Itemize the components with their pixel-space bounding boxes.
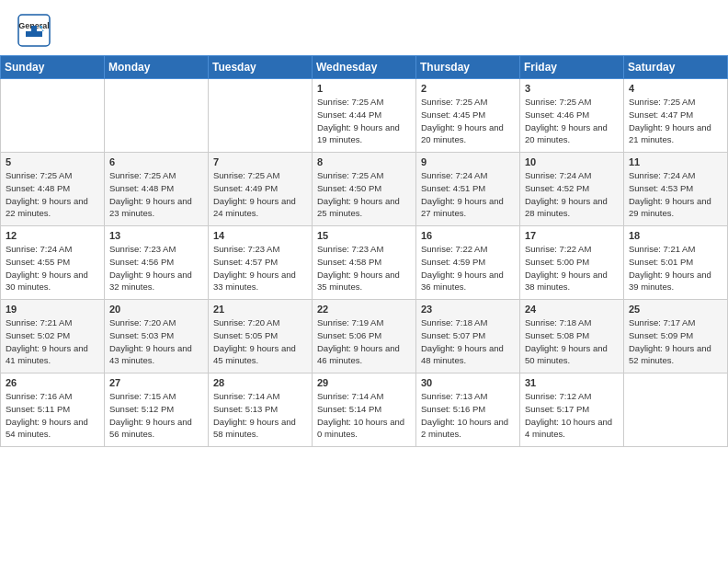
calendar-cell: 8Sunrise: 7:25 AMSunset: 4:50 PMDaylight…: [313, 153, 416, 226]
day-number: 18: [629, 230, 722, 241]
day-info: Sunrise: 7:25 AMSunset: 4:48 PMDaylight:…: [109, 169, 203, 220]
day-number: 26: [6, 377, 99, 388]
calendar-cell: [624, 373, 728, 447]
calendar-cell: 15Sunrise: 7:23 AMSunset: 4:58 PMDayligh…: [313, 226, 416, 300]
day-number: 25: [629, 304, 722, 315]
day-number: 5: [6, 156, 99, 167]
weekday-header-thursday: Thursday: [416, 56, 520, 79]
calendar-cell: [209, 79, 313, 153]
day-info: Sunrise: 7:17 AMSunset: 5:09 PMDaylight:…: [629, 316, 722, 367]
calendar-cell: [1, 79, 105, 153]
day-info: Sunrise: 7:21 AMSunset: 5:01 PMDaylight:…: [629, 243, 722, 293]
calendar-cell: 29Sunrise: 7:14 AMSunset: 5:14 PMDayligh…: [313, 373, 416, 447]
calendar-cell: 18Sunrise: 7:21 AMSunset: 5:01 PMDayligh…: [624, 226, 728, 300]
calendar-cell: 27Sunrise: 7:15 AMSunset: 5:12 PMDayligh…: [105, 373, 209, 447]
calendar-cell: 6Sunrise: 7:25 AMSunset: 4:48 PMDaylight…: [105, 153, 209, 226]
weekday-header-saturday: Saturday: [624, 56, 728, 79]
day-info: Sunrise: 7:22 AMSunset: 5:00 PMDaylight:…: [525, 243, 619, 293]
calendar-cell: [105, 79, 209, 153]
day-info: Sunrise: 7:25 AMSunset: 4:44 PMDaylight:…: [317, 96, 411, 146]
day-number: 22: [317, 304, 411, 315]
day-number: 6: [109, 156, 203, 167]
weekday-header-sunday: Sunday: [1, 56, 105, 79]
calendar-cell: 13Sunrise: 7:23 AMSunset: 4:56 PMDayligh…: [105, 226, 209, 300]
weekday-header-row: SundayMondayTuesdayWednesdayThursdayFrid…: [1, 56, 728, 79]
day-info: Sunrise: 7:14 AMSunset: 5:14 PMDaylight:…: [317, 390, 411, 441]
day-number: 23: [421, 304, 515, 315]
calendar-cell: 1Sunrise: 7:25 AMSunset: 4:44 PMDaylight…: [313, 79, 416, 153]
day-info: Sunrise: 7:15 AMSunset: 5:12 PMDaylight:…: [109, 390, 203, 441]
week-row-1: 1Sunrise: 7:25 AMSunset: 4:44 PMDaylight…: [1, 79, 728, 153]
day-info: Sunrise: 7:24 AMSunset: 4:53 PMDaylight:…: [629, 169, 722, 220]
calendar-cell: 31Sunrise: 7:12 AMSunset: 5:17 PMDayligh…: [520, 373, 624, 447]
day-info: Sunrise: 7:24 AMSunset: 4:55 PMDaylight:…: [6, 243, 99, 293]
day-number: 7: [213, 156, 307, 167]
week-row-5: 26Sunrise: 7:16 AMSunset: 5:11 PMDayligh…: [1, 373, 728, 447]
calendar-cell: 7Sunrise: 7:25 AMSunset: 4:49 PMDaylight…: [209, 153, 313, 226]
week-row-4: 19Sunrise: 7:21 AMSunset: 5:02 PMDayligh…: [1, 300, 728, 373]
week-row-3: 12Sunrise: 7:24 AMSunset: 4:55 PMDayligh…: [1, 226, 728, 300]
calendar-cell: 28Sunrise: 7:14 AMSunset: 5:13 PMDayligh…: [209, 373, 313, 447]
calendar-cell: 23Sunrise: 7:18 AMSunset: 5:07 PMDayligh…: [416, 300, 520, 373]
day-info: Sunrise: 7:23 AMSunset: 4:57 PMDaylight:…: [213, 243, 307, 293]
day-info: Sunrise: 7:12 AMSunset: 5:17 PMDaylight:…: [525, 390, 619, 441]
day-info: Sunrise: 7:25 AMSunset: 4:50 PMDaylight:…: [317, 169, 411, 220]
day-info: Sunrise: 7:22 AMSunset: 4:59 PMDaylight:…: [421, 243, 515, 293]
day-number: 30: [421, 377, 515, 388]
calendar-cell: 11Sunrise: 7:24 AMSunset: 4:53 PMDayligh…: [624, 153, 728, 226]
calendar-cell: 5Sunrise: 7:25 AMSunset: 4:48 PMDaylight…: [1, 153, 105, 226]
calendar-cell: 25Sunrise: 7:17 AMSunset: 5:09 PMDayligh…: [624, 300, 728, 373]
day-info: Sunrise: 7:16 AMSunset: 5:11 PMDaylight:…: [6, 390, 99, 441]
calendar-cell: 26Sunrise: 7:16 AMSunset: 5:11 PMDayligh…: [1, 373, 105, 447]
header: General: [0, 0, 728, 55]
day-info: Sunrise: 7:14 AMSunset: 5:13 PMDaylight:…: [213, 390, 307, 441]
day-info: Sunrise: 7:18 AMSunset: 5:08 PMDaylight:…: [525, 316, 619, 367]
day-number: 29: [317, 377, 411, 388]
calendar-cell: 17Sunrise: 7:22 AMSunset: 5:00 PMDayligh…: [520, 226, 624, 300]
calendar-cell: 14Sunrise: 7:23 AMSunset: 4:57 PMDayligh…: [209, 226, 313, 300]
weekday-header-monday: Monday: [105, 56, 209, 79]
day-number: 11: [629, 156, 722, 167]
calendar-cell: 20Sunrise: 7:20 AMSunset: 5:03 PMDayligh…: [105, 300, 209, 373]
day-info: Sunrise: 7:25 AMSunset: 4:47 PMDaylight:…: [629, 96, 722, 146]
day-number: 2: [421, 83, 515, 94]
day-number: 1: [317, 83, 411, 94]
day-number: 24: [525, 304, 619, 315]
calendar-cell: 24Sunrise: 7:18 AMSunset: 5:08 PMDayligh…: [520, 300, 624, 373]
day-number: 31: [525, 377, 619, 388]
day-info: Sunrise: 7:25 AMSunset: 4:49 PMDaylight:…: [213, 169, 307, 220]
calendar-cell: 22Sunrise: 7:19 AMSunset: 5:06 PMDayligh…: [313, 300, 416, 373]
day-number: 17: [525, 230, 619, 241]
day-info: Sunrise: 7:23 AMSunset: 4:56 PMDaylight:…: [109, 243, 203, 293]
day-number: 10: [525, 156, 619, 167]
weekday-header-tuesday: Tuesday: [209, 56, 313, 79]
calendar-cell: 2Sunrise: 7:25 AMSunset: 4:45 PMDaylight…: [416, 79, 520, 153]
day-info: Sunrise: 7:13 AMSunset: 5:16 PMDaylight:…: [421, 390, 515, 441]
day-number: 20: [109, 304, 203, 315]
day-number: 21: [213, 304, 307, 315]
day-number: 28: [213, 377, 307, 388]
day-info: Sunrise: 7:20 AMSunset: 5:03 PMDaylight:…: [109, 316, 203, 367]
calendar-cell: 4Sunrise: 7:25 AMSunset: 4:47 PMDaylight…: [624, 79, 728, 153]
week-row-2: 5Sunrise: 7:25 AMSunset: 4:48 PMDaylight…: [1, 153, 728, 226]
weekday-header-wednesday: Wednesday: [313, 56, 416, 79]
day-number: 16: [421, 230, 515, 241]
calendar-cell: 21Sunrise: 7:20 AMSunset: 5:05 PMDayligh…: [209, 300, 313, 373]
day-info: Sunrise: 7:21 AMSunset: 5:02 PMDaylight:…: [6, 316, 99, 367]
day-number: 15: [317, 230, 411, 241]
calendar-cell: 30Sunrise: 7:13 AMSunset: 5:16 PMDayligh…: [416, 373, 520, 447]
calendar-cell: 10Sunrise: 7:24 AMSunset: 4:52 PMDayligh…: [520, 153, 624, 226]
calendar: SundayMondayTuesdayWednesdayThursdayFrid…: [0, 55, 728, 447]
calendar-cell: 3Sunrise: 7:25 AMSunset: 4:46 PMDaylight…: [520, 79, 624, 153]
day-info: Sunrise: 7:25 AMSunset: 4:48 PMDaylight:…: [6, 169, 99, 220]
day-number: 14: [213, 230, 307, 241]
day-number: 13: [109, 230, 203, 241]
day-info: Sunrise: 7:24 AMSunset: 4:51 PMDaylight:…: [421, 169, 515, 220]
day-info: Sunrise: 7:18 AMSunset: 5:07 PMDaylight:…: [421, 316, 515, 367]
day-info: Sunrise: 7:24 AMSunset: 4:52 PMDaylight:…: [525, 169, 619, 220]
day-info: Sunrise: 7:19 AMSunset: 5:06 PMDaylight:…: [317, 316, 411, 367]
page: General SundayMondayTuesdayWednesdayThur…: [0, 0, 728, 563]
calendar-cell: 9Sunrise: 7:24 AMSunset: 4:51 PMDaylight…: [416, 153, 520, 226]
day-number: 9: [421, 156, 515, 167]
day-number: 3: [525, 83, 619, 94]
